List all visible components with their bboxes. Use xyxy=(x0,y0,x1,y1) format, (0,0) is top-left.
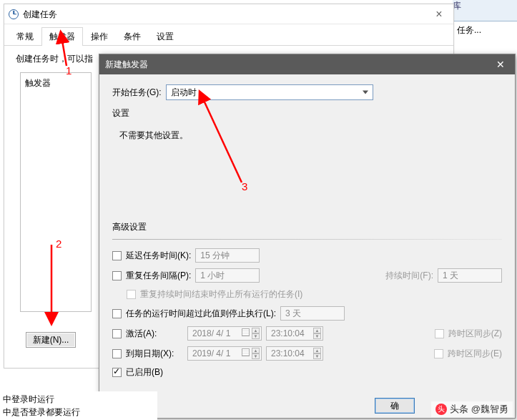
list-header: 触发器 xyxy=(25,78,51,88)
settings-info-text: 不需要其他设置。 xyxy=(119,130,188,140)
annotation-number-2: 2 xyxy=(56,238,61,250)
start-task-combo[interactable]: 启动时 xyxy=(166,84,373,100)
close-icon[interactable]: × xyxy=(425,4,453,24)
expire-label: 到期日期(X): xyxy=(126,348,183,360)
advanced-settings: 延迟任务时间(K): 15 分钟 重复任务间隔(P): 1 小时 持续时间(F)… xyxy=(112,248,502,379)
dialog-title: 创建任务 xyxy=(23,4,57,24)
tab-conditions[interactable]: 条件 xyxy=(116,27,149,46)
start-task-label: 开始任务(G): xyxy=(112,87,162,99)
bg-text: 任务... xyxy=(457,25,481,35)
bg-toolbar: 库 xyxy=(453,0,517,21)
enabled-checkbox[interactable] xyxy=(112,368,122,377)
activate-label: 激活(A): xyxy=(126,328,183,340)
spin-buttons[interactable]: ▲▼ xyxy=(313,328,321,339)
spin-buttons[interactable]: ▲▼ xyxy=(252,348,260,359)
activate-checkbox[interactable] xyxy=(112,329,122,338)
tab-actions[interactable]: 操作 xyxy=(83,27,116,46)
stop-if-combo[interactable]: 3 天 xyxy=(280,306,345,321)
ok-button[interactable]: 确 xyxy=(375,398,415,414)
watermark-user: @魏智勇 xyxy=(471,403,508,416)
activate-date-picker[interactable]: 2018/ 4/ 1 ▲▼ xyxy=(187,326,262,341)
svg-line-2 xyxy=(202,96,242,182)
bottom-line-2: 中是否登录都要运行 xyxy=(3,406,154,419)
dialog-titlebar: 创建任务 × xyxy=(4,4,453,24)
annotation-number-3: 3 xyxy=(242,180,247,192)
delay-checkbox[interactable] xyxy=(112,251,122,260)
bottom-lines: 中登录时运行 中是否登录都要运行 xyxy=(0,391,157,420)
child-body: 开始任务(G): 启动时 设置 不需要其他设置。 高级设置 延迟任务时间(K):… xyxy=(99,74,515,394)
delay-combo[interactable]: 15 分钟 xyxy=(195,248,260,263)
activate-time-picker[interactable]: 23:10:04 ▲▼ xyxy=(266,326,323,341)
watermark: 头 头条 @魏智勇 xyxy=(431,401,513,417)
watermark-prefix: 头条 xyxy=(450,403,468,416)
calendar-icon xyxy=(242,328,250,336)
svg-line-0 xyxy=(61,36,67,66)
expire-checkbox[interactable] xyxy=(112,349,122,358)
bottom-line-1: 中登录时运行 xyxy=(3,393,154,406)
child-title-text: 新建触发器 xyxy=(105,59,148,69)
expire-time-picker[interactable]: 23:10:04 ▲▼ xyxy=(266,346,323,361)
expire-tz-checkbox xyxy=(434,349,443,358)
repeat-label: 重复任务间隔(P): xyxy=(126,270,191,282)
chevron-down-icon xyxy=(363,91,368,94)
duration-combo: 1 天 xyxy=(438,268,502,283)
activate-tz-label: 跨时区同步(Z) xyxy=(448,328,502,340)
annotation-arrow-3 xyxy=(199,93,249,186)
enabled-label: 已启用(B) xyxy=(126,366,163,379)
annotation-number-1: 1 xyxy=(66,64,72,77)
repeat-combo[interactable]: 1 小时 xyxy=(195,268,260,283)
separator xyxy=(112,239,502,240)
spin-buttons[interactable]: ▲▼ xyxy=(252,328,260,339)
tab-settings[interactable]: 设置 xyxy=(149,27,182,46)
spin-buttons[interactable]: ▲▼ xyxy=(313,348,321,359)
start-task-value: 启动时 xyxy=(171,87,197,97)
calendar-icon xyxy=(242,348,250,356)
new-button[interactable]: 新建(N)... xyxy=(26,332,76,348)
repeat-stop-checkbox xyxy=(127,290,136,299)
settings-info-area: 不需要其他设置。 xyxy=(112,125,502,218)
new-trigger-dialog: 新建触发器 ✕ 开始任务(G): 启动时 设置 不需要其他设置。 高级设置 延迟… xyxy=(99,54,516,419)
delay-label: 延迟任务时间(K): xyxy=(126,250,191,262)
tab-general[interactable]: 常规 xyxy=(9,27,41,46)
expire-tz-label: 跨时区同步(E) xyxy=(448,348,502,360)
activate-tz-checkbox xyxy=(435,329,444,338)
stop-if-checkbox[interactable] xyxy=(112,309,122,318)
repeat-stop-label: 重复持续时间结束时停止所有运行的任务(I) xyxy=(140,288,302,301)
repeat-checkbox[interactable] xyxy=(112,271,122,280)
watermark-icon: 头 xyxy=(435,404,447,415)
expire-date-picker[interactable]: 2019/ 4/ 1 ▲▼ xyxy=(187,346,262,361)
clock-icon xyxy=(9,9,19,19)
close-icon[interactable]: ✕ xyxy=(486,54,515,74)
child-titlebar: 新建触发器 ✕ xyxy=(99,54,515,74)
bg-panel: 任务... xyxy=(453,21,517,52)
advanced-section-label: 高级设置 xyxy=(112,221,502,233)
settings-section-label: 设置 xyxy=(112,107,502,119)
stop-if-label: 任务的运行时间超过此值则停止执行(L): xyxy=(126,308,276,320)
annotation-arrow-2 xyxy=(44,245,59,323)
duration-label: 持续时间(F): xyxy=(385,270,433,282)
